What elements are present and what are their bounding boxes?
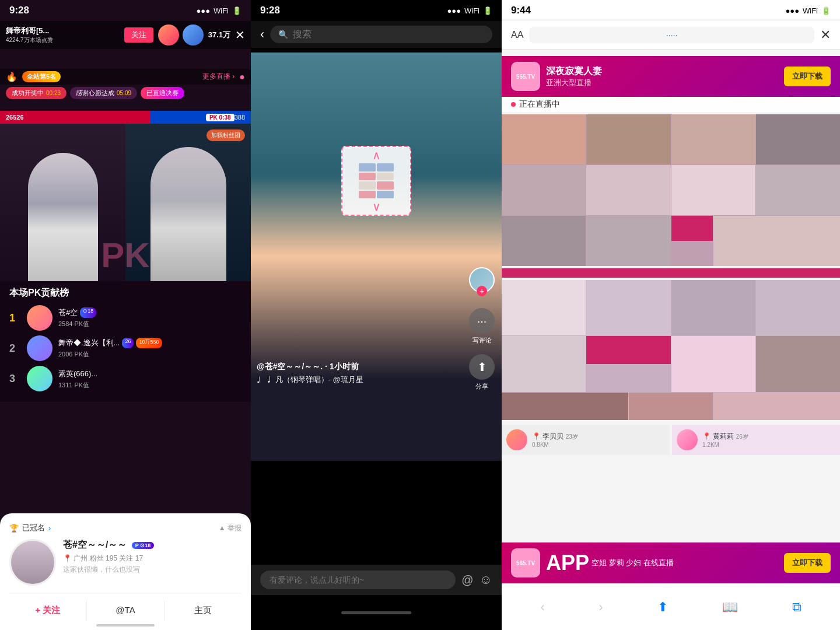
p1-at-action-button[interactable]: @TA (87, 600, 164, 621)
p3-px-1 (502, 114, 586, 164)
p3-ad-banner-top[interactable]: 565.TV 深夜寂寞人妻 亚洲大型直播 立即下载 (502, 56, 840, 97)
p2-search-input[interactable] (293, 29, 484, 40)
p2-back-button[interactable]: ‹ (260, 27, 264, 42)
p1-gift-2-timer: 05:09 (117, 90, 131, 96)
p2-song-line: ♩ ♩ 凡（钢琴弹唱）- @琉月星 (257, 374, 461, 385)
p3-px-6 (586, 165, 670, 215)
p1-fire-icon: 🔥 (6, 71, 18, 82)
p3-close-button[interactable]: ✕ (820, 27, 831, 43)
p1-avatar-img-1 (27, 305, 52, 331)
p1-follow-button[interactable]: 关注 (124, 27, 153, 43)
p3-streamer-dist-2: 1.2KM (702, 442, 835, 448)
p3-forward-button[interactable]: › (594, 595, 608, 620)
p3-streamer-card-1[interactable]: 📍 李贝贝 23岁 0.8KM (502, 425, 670, 455)
p3-aa-label[interactable]: AA (511, 30, 523, 40)
p1-wifi-icon: WiFi (214, 6, 229, 15)
p2-at-icon[interactable]: @ (461, 573, 473, 587)
p1-badge-2b: 10万550 (136, 338, 162, 348)
p1-badge-1: ⊙18 (80, 307, 96, 318)
p1-follow-action-button[interactable]: + 关注 (9, 600, 87, 621)
p2-share-button[interactable]: ⬆ 分享 (469, 354, 495, 391)
p3-tabs-button[interactable]: ⧉ (788, 595, 806, 620)
p3-streamers-row: 📍 李贝贝 23岁 0.8KM 📍 黄莉莉 26岁 1.2KM (502, 422, 840, 457)
p3-streamer-card-2[interactable]: 📍 黄莉莉 26岁 1.2KM (672, 425, 840, 455)
p1-user-name-area-1: 苍#空 ⊙18 2584 PK值 (58, 307, 242, 328)
p1-pk-center-badge: PK 0:38 (206, 114, 235, 121)
p3-back-button[interactable]: ‹ (536, 595, 549, 620)
p2-battery-icon: 🔋 (483, 6, 492, 15)
p3-magenta-stripe (502, 268, 840, 278)
p1-user-name-2: 舞帝◆.逸兴【利... (58, 338, 120, 348)
p1-contrib-section: 本场PK贡献榜 1 苍#空 ⊙18 2584 PK值 2 (0, 281, 251, 402)
p2-share-label: 分享 (475, 382, 488, 391)
p2-comment-input[interactable] (260, 570, 456, 589)
p1-location-icon: 📍 (63, 554, 72, 562)
p3-time: 9:44 (511, 5, 531, 16)
p1-avatar-row (158, 24, 204, 46)
p3-px2-11 (713, 393, 840, 420)
p1-rank-num-1: 1 (9, 312, 21, 324)
p1-user-pk-2: 2006 PK值 (58, 351, 89, 358)
p3-share-button[interactable]: ⬆ (653, 595, 673, 620)
p3-blurred-image-1 (502, 114, 840, 266)
p1-live-video: 加我粉丝团 PK (0, 124, 251, 281)
p2-search-input-wrap[interactable]: 🔍 (270, 26, 492, 43)
p1-rank-badge: 全站第5名 (22, 71, 61, 82)
p3-live-dot (511, 102, 516, 107)
p3-ad-banner-bottom[interactable]: 565.TV APP 空姐 萝莉 少妇 在线直播 立即下载 (502, 542, 840, 583)
p1-rank-num-2: 2 (9, 342, 21, 355)
p1-person-right (150, 147, 226, 281)
p1-report-button[interactable]: ▲ 举报 (219, 523, 242, 533)
p1-gift-1-timer: 00:23 (46, 90, 61, 96)
p2-search-icon: 🔍 (278, 30, 288, 39)
p1-more-live[interactable]: 更多直播 › (202, 72, 235, 82)
p3-px2-1 (502, 280, 586, 335)
p2-pixel-4 (377, 173, 394, 181)
p3-ad-app-text: APP (546, 551, 589, 575)
p1-streamer-name: 舞帝利哥[5... (6, 26, 120, 36)
p1-user-name-area-3: 素英(666)... 1311 PK值 (58, 368, 242, 390)
p1-profile-actions: + 关注 @TA 主页 (9, 593, 242, 621)
p1-pink-dot: ● (239, 72, 245, 82)
p1-close-icon[interactable]: ✕ (235, 28, 245, 42)
p2-home-indicator (341, 611, 411, 614)
p3-ad-download-button-top[interactable]: 立即下载 (784, 66, 831, 86)
p1-home-action-button[interactable]: 主页 (164, 600, 242, 621)
p1-gift-2: 感谢心愿达成 05:09 (70, 87, 137, 99)
p1-mini-avatar-1 (158, 24, 179, 46)
panel1-livestream: 9:28 ●●● WiFi 🔋 舞帝利哥[5... 4224.7万本场点赞 关注… (0, 0, 251, 630)
p1-contrib-title: 本场PK贡献榜 (9, 287, 242, 299)
p3-live-text: 正在直播中 (519, 99, 560, 110)
p1-signal-icon: ●●● (196, 6, 210, 15)
p2-search-bar: ‹ 🔍 (251, 21, 502, 48)
p3-streamer-dist-1: 0.8KM (532, 442, 665, 448)
p2-pixel-6 (377, 181, 394, 190)
p3-status-icons: ●●● WiFi 🔋 (785, 6, 831, 15)
p3-px2-4 (756, 280, 840, 335)
p2-video-area: ∧ ∨ + (251, 52, 502, 461)
p1-streamer-info: 舞帝利哥[5... 4224.7万本场点赞 (6, 26, 120, 44)
p3-ad-logo-bottom: 565.TV (511, 548, 540, 578)
p1-gift-row: 成功开奖中 00:23 感谢心愿达成 05:09 已直通决赛 (0, 85, 251, 102)
p1-profile-bio: 这家伙很懒，什么也没写 (63, 565, 242, 575)
p3-location-icon-1: 📍 (532, 432, 541, 440)
p3-bookmark-button[interactable]: 📖 (718, 595, 743, 620)
p1-user-name-1: 苍#空 (58, 307, 78, 318)
p2-song-name: ♩ 凡（钢琴弹唱）- @琉月星 (265, 374, 363, 385)
p1-gift-1: 成功开奖中 00:23 (6, 87, 66, 99)
p1-rank-num-3: 3 (9, 373, 21, 385)
p3-streamer-info-1: 📍 李贝贝 23岁 0.8KM (532, 432, 665, 448)
p2-plus-badge[interactable]: + (477, 286, 487, 296)
p3-ad-download-button-bottom[interactable]: 立即下载 (784, 553, 831, 573)
p2-home-bar (251, 595, 502, 630)
p1-join-group-button[interactable]: 加我粉丝团 (206, 130, 245, 141)
p3-ad-logo-top: 565.TV (511, 62, 540, 91)
p2-sticker-grid (359, 163, 394, 198)
p2-comment-button[interactable]: ··· 写评论 (469, 308, 495, 345)
p1-time: 9:28 (9, 5, 29, 16)
p2-emoji-icon[interactable]: ☺ (480, 572, 492, 587)
p1-profile-avatar-inner (11, 541, 54, 584)
p3-ad-subtitle-top: 亚洲大型直播 (546, 78, 778, 88)
p1-user-avatar-3 (27, 366, 52, 391)
p3-url-bar[interactable]: ····· (529, 27, 814, 43)
